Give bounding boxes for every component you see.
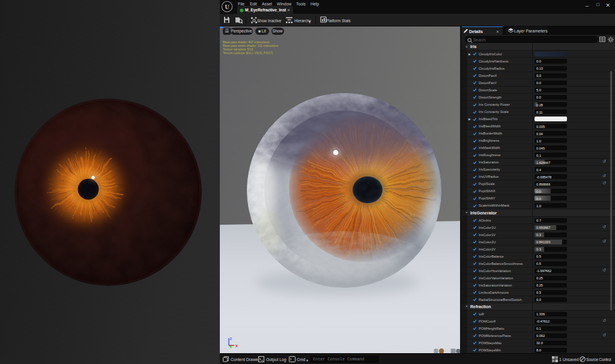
svg-text:X: X xyxy=(235,344,238,348)
svg-text:U: U xyxy=(225,4,229,10)
svg-text:Y: Y xyxy=(229,345,232,349)
svg-text:Z: Z xyxy=(230,337,232,341)
